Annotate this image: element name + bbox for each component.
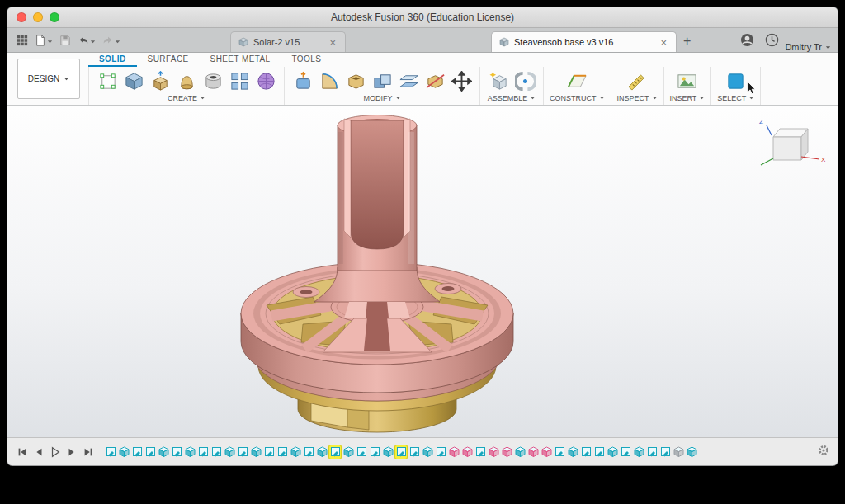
save-icon[interactable] <box>57 32 73 49</box>
offset-face-icon[interactable] <box>396 68 421 93</box>
timeline-marker-feature[interactable] <box>633 445 644 459</box>
app-grid-icon[interactable] <box>14 32 31 49</box>
timeline-marker-sketch[interactable] <box>408 445 420 459</box>
timeline-marker-pink-feature[interactable] <box>541 445 552 459</box>
timeline-marker-sketch[interactable] <box>263 445 275 459</box>
timeline-play-button[interactable] <box>48 445 62 459</box>
move-icon[interactable] <box>449 68 474 93</box>
timeline-marker-feature[interactable] <box>607 445 618 459</box>
timeline-step-forward-button[interactable] <box>64 445 78 459</box>
timeline-marker-sketch[interactable] <box>210 445 222 459</box>
timeline-marker-feature[interactable] <box>686 445 697 459</box>
extrude-icon[interactable] <box>148 68 172 93</box>
timeline-marker-sketch[interactable] <box>593 445 605 459</box>
timeline-marker-sketch[interactable] <box>369 445 380 459</box>
split-body-icon[interactable] <box>422 68 447 93</box>
group-dropdown[interactable]: MODIFY <box>364 94 401 103</box>
timeline-marker-sketch[interactable] <box>237 445 248 459</box>
timeline-marker-feature[interactable] <box>567 445 578 459</box>
timeline-marker-feature[interactable] <box>184 445 196 459</box>
pattern-icon[interactable] <box>227 68 252 93</box>
timeline-marker-feature[interactable] <box>250 445 262 459</box>
timeline-marker-feature[interactable] <box>118 445 130 459</box>
fillet-icon[interactable] <box>317 68 342 93</box>
measure-icon[interactable] <box>625 68 649 93</box>
group-dropdown[interactable]: CONSTRUCT <box>550 94 605 103</box>
close-window-button[interactable] <box>17 12 26 22</box>
form-icon[interactable] <box>253 68 278 93</box>
close-icon[interactable]: × <box>328 37 338 48</box>
undo-icon[interactable] <box>75 32 98 49</box>
timeline-marker-sketch[interactable] <box>435 445 446 459</box>
ribbon-tab-surface[interactable]: SURFACE <box>137 53 200 67</box>
timeline-marker-sketch[interactable] <box>329 445 341 459</box>
timeline-marker-sketch[interactable] <box>197 445 209 459</box>
document-tab[interactable]: Steavensob base v3 v16× <box>491 31 677 52</box>
model-3d[interactable] <box>105 109 666 437</box>
construct-plane-icon[interactable] <box>564 68 589 93</box>
close-icon[interactable]: × <box>659 37 668 48</box>
group-dropdown[interactable]: INSERT <box>670 94 706 103</box>
group-dropdown[interactable]: CREATE <box>168 94 205 103</box>
timeline-marker-pink-feature[interactable] <box>501 445 512 459</box>
ribbon-tab-solid[interactable]: SOLID <box>88 53 137 67</box>
workspace-switcher[interactable]: DESIGN <box>17 59 80 99</box>
timeline-marker-sketch[interactable] <box>105 445 116 459</box>
shell-icon[interactable] <box>343 68 368 93</box>
timeline-marker-sketch[interactable] <box>646 445 658 459</box>
insert-canvas-icon[interactable] <box>675 68 700 93</box>
combine-icon[interactable] <box>370 68 394 93</box>
document-tab[interactable]: Solar-2 v15× <box>230 31 346 52</box>
user-menu[interactable]: Dmitry Tr <box>785 42 831 52</box>
group-dropdown[interactable]: ASSEMBLE <box>488 94 536 103</box>
timeline-marker-sketch[interactable] <box>131 445 143 459</box>
revolve-icon[interactable] <box>174 68 199 93</box>
timeline-step-back-button[interactable] <box>31 445 45 459</box>
timeline-marker-feature[interactable] <box>316 445 328 459</box>
redo-icon[interactable] <box>100 32 123 49</box>
ribbon-tab-tools[interactable]: TOOLS <box>281 53 333 67</box>
box-icon[interactable] <box>121 68 146 93</box>
viewcube[interactable]: X Z <box>752 112 826 178</box>
timeline-marker-sketch[interactable] <box>303 445 314 459</box>
timeline-marker-feature[interactable] <box>224 445 235 459</box>
timeline-marker-feature[interactable] <box>422 445 433 459</box>
timeline-marker-feature[interactable] <box>514 445 526 459</box>
timeline-marker-pink-feature[interactable] <box>448 445 460 459</box>
timeline-skip-end-button[interactable] <box>81 445 95 459</box>
group-dropdown[interactable]: INSPECT <box>617 94 658 103</box>
timeline-marker-sketch[interactable] <box>395 445 407 459</box>
job-status-icon[interactable] <box>762 32 781 49</box>
viewcube-front-face[interactable] <box>773 137 801 160</box>
minimize-window-button[interactable] <box>33 12 43 22</box>
timeline-marker-sketch[interactable] <box>144 445 156 459</box>
timeline-marker-sketch[interactable] <box>276 445 288 459</box>
new-component-icon[interactable] <box>486 68 511 93</box>
hole-icon[interactable] <box>201 68 225 93</box>
timeline-marker-sketch[interactable] <box>580 445 592 459</box>
timeline-marker-feature[interactable] <box>382 445 394 459</box>
select-icon[interactable] <box>724 68 748 93</box>
timeline-marker-feature[interactable] <box>158 445 169 459</box>
joint-icon[interactable] <box>512 68 537 93</box>
timeline-marker-sketch[interactable] <box>356 445 367 459</box>
ribbon-tab-sheet-metal[interactable]: SHEET METAL <box>200 53 281 67</box>
timeline-marker-sketch[interactable] <box>659 445 671 459</box>
file-menu-icon[interactable] <box>32 32 55 49</box>
press-pull-icon[interactable] <box>290 68 315 93</box>
timeline-marker-pink-feature[interactable] <box>488 445 499 459</box>
timeline-marker-sketch[interactable] <box>171 445 182 459</box>
timeline-marker-gray-feature[interactable] <box>673 445 684 459</box>
timeline-settings-button[interactable] <box>817 444 830 460</box>
timeline-marker-sketch[interactable] <box>554 445 565 459</box>
new-tab-button[interactable]: + <box>683 34 691 49</box>
timeline-marker-sketch[interactable] <box>474 445 486 459</box>
viewport-canvas[interactable]: X Z <box>7 106 838 437</box>
timeline-marker-feature[interactable] <box>342 445 354 459</box>
timeline-marker-pink-feature[interactable] <box>461 445 473 459</box>
profile-icon[interactable] <box>738 32 757 49</box>
timeline-skip-start-button[interactable] <box>15 445 29 459</box>
create-sketch-icon[interactable] <box>95 68 120 93</box>
zoom-window-button[interactable] <box>50 12 59 22</box>
timeline-marker-pink-feature[interactable] <box>527 445 539 459</box>
